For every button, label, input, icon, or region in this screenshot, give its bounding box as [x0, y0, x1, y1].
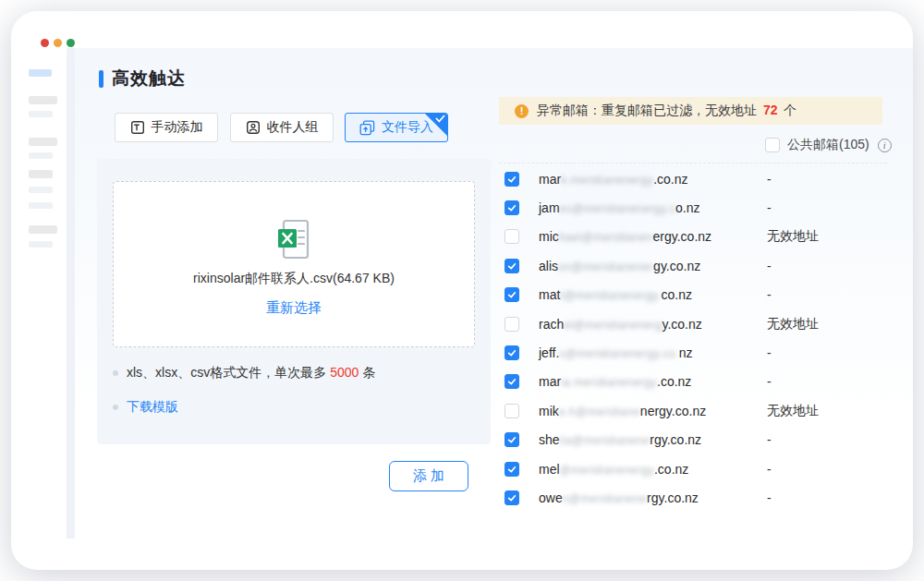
tab-label: 手动添加	[152, 119, 203, 136]
email-address: mel@meridianenergy.co.nz	[539, 462, 688, 477]
tab-recipient-group[interactable]: 收件人组	[230, 113, 334, 142]
sidebar-skeleton-bar	[29, 152, 53, 159]
tab-label: 收件人组	[267, 119, 319, 136]
email-status: -	[767, 345, 772, 360]
max-count: 5000	[330, 365, 359, 380]
blurred-text: hael@meridianen	[559, 231, 653, 244]
tab-manual-add[interactable]: 手动添加	[115, 113, 218, 142]
email-status: -	[767, 462, 772, 477]
window-minimize-button[interactable]	[54, 39, 62, 47]
email-row: rachel@meridianenergy.co.nz 无效地址	[499, 309, 887, 338]
sidebar-skeleton-bar	[29, 202, 53, 209]
bullet-icon	[113, 370, 118, 376]
warning-text: 异常邮箱：重复邮箱已过滤，无效地址 72 个	[537, 103, 796, 119]
email-row: mel@meridianenergy.co.nz -	[499, 454, 887, 483]
sidebar-skeleton-bar	[29, 225, 57, 234]
email-status: -	[767, 200, 772, 215]
warning-icon: !	[515, 104, 529, 118]
sidebar-skeleton-bar	[29, 138, 57, 146]
blurred-text: on@meridianener	[558, 260, 653, 273]
warning-banner: ! 异常邮箱：重复邮箱已过滤，无效地址 72 个	[499, 97, 882, 125]
check-icon	[506, 464, 517, 475]
download-template-link[interactable]: 下载模版	[127, 399, 178, 416]
email-checkbox[interactable]	[505, 490, 519, 505]
email-row: alison@meridianenergy.co.nz -	[499, 251, 887, 280]
email-status: 无效地址	[767, 316, 819, 333]
blurred-text: e.h@meridiane	[559, 405, 640, 418]
invalid-count: 72	[760, 103, 781, 117]
email-checkbox[interactable]	[505, 404, 519, 418]
title-accent-bar	[99, 70, 103, 88]
recipient-group-icon	[246, 120, 261, 135]
email-checkbox[interactable]	[505, 259, 519, 273]
page-title: 高效触达	[112, 67, 186, 91]
email-status: -	[767, 287, 772, 302]
email-row: james@meridianenergy.co.nz -	[499, 193, 887, 222]
sidebar-skeleton-bar	[29, 96, 57, 104]
format-hint-text: xls、xlsx、csv格式文件，单次最多 5000 条	[127, 365, 375, 381]
email-status: -	[767, 374, 772, 389]
blurred-text: ila@meridianene	[560, 434, 650, 447]
email-checkbox[interactable]	[505, 287, 519, 302]
email-row: owen@meridianenergy.co.nz -	[499, 483, 887, 512]
sidebar-skeleton-bar	[29, 111, 53, 117]
email-address: mark.meridianenergy.co.nz	[539, 172, 688, 187]
file-import-panel: rixinsolar邮件联系人.csv(64.67 KB) 重新选择 xls、x…	[97, 159, 491, 444]
email-status: 无效地址	[767, 228, 819, 245]
email-address: matt@meridianenergy.co.nz	[539, 287, 692, 302]
excel-file-icon	[275, 219, 312, 260]
email-address: rachel@meridianenergy.co.nz	[539, 317, 702, 332]
window-close-button[interactable]	[41, 39, 49, 47]
email-row: sheila@meridianenergy.co.nz -	[499, 426, 887, 454]
check-icon	[506, 347, 517, 358]
email-row: mike.h@meridianenergy.co.nz 无效地址	[499, 396, 887, 425]
email-address: sheila@meridianenergy.co.nz	[539, 432, 701, 447]
email-status: -	[767, 259, 772, 273]
check-icon	[506, 202, 517, 213]
public-mailbox-row: 公共邮箱(105) i	[760, 137, 892, 153]
email-row: michael@meridianenergy.co.nz 无效地址	[499, 223, 887, 251]
email-row: maria.meridianenergy.co.nz -	[499, 368, 887, 396]
add-button[interactable]: 添 加	[389, 461, 468, 491]
email-checkbox[interactable]	[505, 317, 519, 332]
uploaded-file-name: rixinsolar邮件联系人.csv(64.67 KB)	[114, 271, 474, 287]
sidebar-skeleton-bar	[29, 187, 53, 193]
info-icon[interactable]: i	[878, 139, 892, 152]
check-icon	[435, 115, 445, 124]
blurred-text: s@meridianenergy.co.	[559, 347, 678, 360]
email-address: jeff.s@meridianenergy.co.nz	[539, 345, 692, 360]
check-icon	[506, 492, 517, 503]
blurred-text: el@meridianenerg	[564, 319, 662, 332]
upload-dropzone[interactable]: rixinsolar邮件联系人.csv(64.67 KB) 重新选择	[113, 181, 475, 347]
email-address: maria.meridianenergy.co.nz	[539, 374, 691, 389]
email-checkbox[interactable]	[505, 229, 519, 244]
email-checkbox[interactable]	[505, 172, 519, 187]
email-row: jeff.s@meridianenergy.co.nz -	[499, 338, 887, 367]
blurred-text: @meridianenergy	[560, 464, 654, 477]
tab-file-import[interactable]: 文件导入	[345, 113, 448, 142]
reselect-file-link[interactable]: 重新选择	[266, 299, 322, 317]
window-zoom-button[interactable]	[67, 39, 75, 47]
email-checkbox[interactable]	[505, 200, 519, 215]
email-status: 无效地址	[767, 403, 819, 419]
email-checkbox[interactable]	[505, 374, 519, 389]
format-hint: xls、xlsx、csv格式文件，单次最多 5000 条	[113, 365, 375, 381]
sidebar-divider	[67, 48, 75, 539]
public-mailbox-label: 公共邮箱(105)	[787, 137, 869, 153]
sidebar-skeleton-bar	[29, 69, 52, 77]
check-icon	[506, 260, 517, 272]
check-icon	[506, 376, 517, 387]
email-checkbox[interactable]	[505, 345, 519, 360]
email-status: -	[767, 432, 772, 447]
email-checkbox[interactable]	[505, 462, 519, 477]
email-address: owen@meridianenergy.co.nz	[539, 490, 699, 505]
email-address: mike.h@meridianenergy.co.nz	[539, 404, 706, 418]
email-list: mark.meridianenergy.co.nz - james@meridi…	[499, 163, 887, 513]
email-status: -	[767, 172, 772, 187]
email-checkbox[interactable]	[505, 432, 519, 447]
bullet-icon	[113, 405, 118, 410]
check-icon	[506, 289, 517, 300]
blurred-text: es@meridianenergy.c	[560, 202, 676, 215]
public-mailbox-checkbox[interactable]	[765, 138, 780, 152]
blurred-text: n@meridianene	[563, 492, 647, 505]
